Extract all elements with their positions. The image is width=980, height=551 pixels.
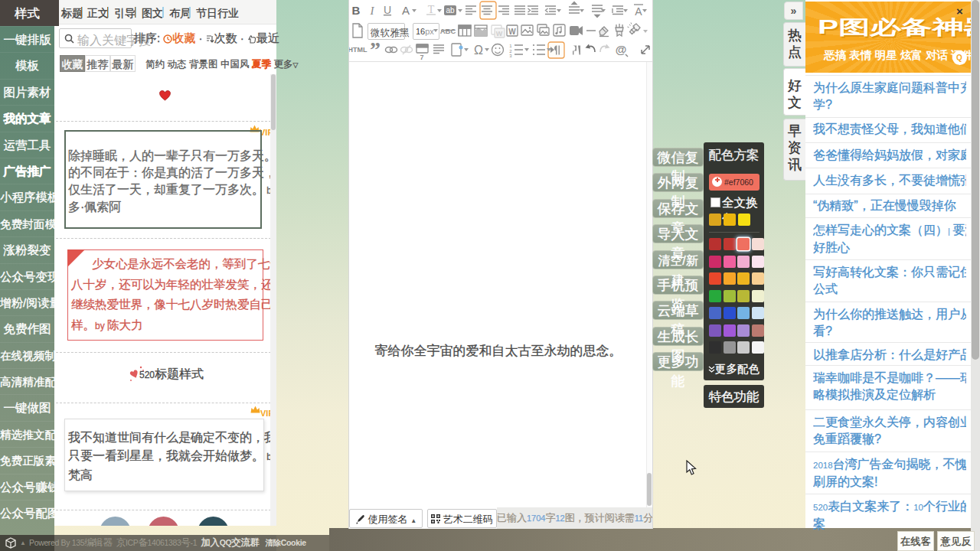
- svg-text:W: W: [496, 30, 503, 37]
- svg-text:Ω: Ω: [474, 44, 483, 57]
- svg-text:A: A: [635, 5, 642, 18]
- svg-text:3: 3: [509, 54, 512, 58]
- svg-text:B: B: [352, 4, 361, 17]
- svg-text:U: U: [384, 4, 391, 16]
- svg-text:1: 1: [509, 44, 512, 48]
- svg-text:T: T: [428, 4, 435, 15]
- svg-text:@: @: [616, 43, 627, 56]
- svg-text:W: W: [508, 28, 516, 36]
- svg-text:ab: ab: [446, 6, 455, 15]
- svg-text:HTML: HTML: [349, 46, 368, 54]
- svg-text:I: I: [370, 5, 375, 17]
- svg-text:A: A: [402, 4, 410, 17]
- svg-text:”: ”: [370, 41, 381, 61]
- svg-text:7: 7: [420, 54, 423, 61]
- svg-text:2: 2: [509, 49, 512, 54]
